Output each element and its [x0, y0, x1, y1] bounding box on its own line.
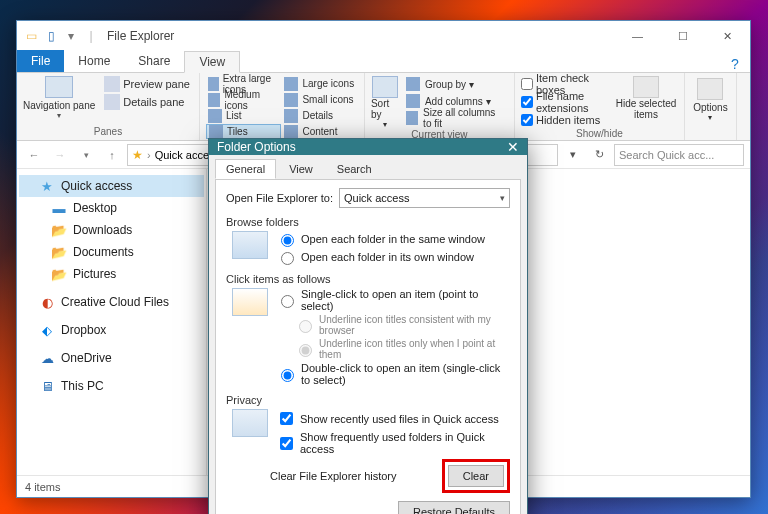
- tab-share[interactable]: Share: [124, 50, 184, 72]
- sidebar-item-documents[interactable]: 📂Documents: [19, 241, 204, 263]
- sidebar-item-onedrive[interactable]: ☁OneDrive: [19, 347, 204, 369]
- sort-by-button[interactable]: Sort by▾: [371, 76, 399, 129]
- browse-folders-legend: Browse folders: [226, 216, 510, 228]
- layout-list[interactable]: List: [206, 108, 282, 123]
- tab-view[interactable]: View: [184, 51, 240, 73]
- ribbon-group-show-hide: Item check boxes File name extensions Hi…: [515, 73, 685, 140]
- this-pc-icon: 🖥: [39, 378, 55, 394]
- pictures-icon: 📂: [51, 266, 67, 282]
- sidebar-item-pictures[interactable]: 📂Pictures: [19, 263, 204, 285]
- sort-by-icon: [372, 76, 398, 98]
- group-by-button[interactable]: Group by▾: [403, 76, 508, 92]
- layout-small[interactable]: Small icons: [282, 92, 358, 107]
- search-placeholder: Search Quick acc...: [619, 149, 714, 161]
- nav-up-button[interactable]: ↑: [101, 144, 123, 166]
- layout-tiles[interactable]: Tiles: [206, 124, 282, 139]
- checkbox-recent-files[interactable]: Show recently used files in Quick access: [276, 409, 510, 428]
- dialog-tab-general[interactable]: General: [215, 159, 276, 179]
- sidebar-item-this-pc[interactable]: 🖥This PC: [19, 375, 204, 397]
- group-label-show-hide: Show/hide: [521, 128, 678, 139]
- sidebar-item-desktop[interactable]: ▬Desktop: [19, 197, 204, 219]
- dialog-tab-search[interactable]: Search: [326, 159, 383, 179]
- ribbon: Navigation pane ▾ Preview pane Details p…: [17, 73, 750, 141]
- properties-icon[interactable]: ▾: [63, 28, 79, 44]
- open-to-combobox[interactable]: Quick access ▾: [339, 188, 510, 208]
- privacy-icon: [232, 409, 268, 437]
- hide-selected-icon: [633, 76, 659, 98]
- dialog-title: Folder Options: [217, 140, 296, 154]
- preview-pane-button[interactable]: Preview pane: [101, 76, 193, 92]
- clear-history-label: Clear File Explorer history: [270, 470, 397, 482]
- radio-own-window[interactable]: Open each folder in its own window: [276, 249, 485, 265]
- clear-button[interactable]: Clear: [448, 465, 504, 487]
- sidebar-item-quick-access[interactable]: ★Quick access: [19, 175, 204, 197]
- window-title: File Explorer: [107, 29, 174, 43]
- documents-icon: 📂: [51, 244, 67, 260]
- file-extensions-checkbox[interactable]: File name extensions: [521, 94, 608, 110]
- size-columns-button[interactable]: Size all columns to fit: [403, 110, 508, 126]
- clear-button-highlight: Clear: [442, 459, 510, 493]
- radio-underline-browser: Underline icon titles consistent with my…: [276, 314, 510, 336]
- star-icon: ★: [39, 178, 55, 194]
- ribbon-group-current-view: Sort by▾ Group by▾ Add columns▾ Size all…: [365, 73, 515, 140]
- nav-history-button[interactable]: ▾: [75, 144, 97, 166]
- help-icon[interactable]: ?: [720, 56, 750, 72]
- maximize-button[interactable]: ☐: [660, 21, 705, 51]
- add-columns-icon: [406, 94, 420, 108]
- close-button[interactable]: ✕: [705, 21, 750, 51]
- hide-selected-button[interactable]: Hide selected items: [614, 76, 678, 128]
- radio-same-window[interactable]: Open each folder in the same window: [276, 231, 485, 247]
- layout-details-icon: [284, 109, 298, 123]
- nav-forward-button[interactable]: →: [49, 144, 71, 166]
- status-item-count: 4 items: [25, 481, 60, 493]
- dialog-tab-view[interactable]: View: [278, 159, 324, 179]
- quick-access-star-icon: ★: [132, 148, 143, 162]
- browse-folders-group: Browse folders Open each folder in the s…: [226, 216, 510, 265]
- click-items-icon: [232, 288, 268, 316]
- ribbon-group-layout: Extra large icons Large icons Medium ico…: [200, 73, 365, 140]
- new-folder-icon[interactable]: ▯: [43, 28, 59, 44]
- dialog-close-button[interactable]: ✕: [507, 139, 519, 155]
- open-to-label: Open File Explorer to:: [226, 192, 333, 204]
- ribbon-group-panes: Navigation pane ▾ Preview pane Details p…: [17, 73, 200, 140]
- details-pane-icon: [104, 94, 120, 110]
- sidebar-item-downloads[interactable]: 📂Downloads: [19, 219, 204, 241]
- sidebar-item-dropbox[interactable]: ⬖Dropbox: [19, 319, 204, 341]
- quick-access-toolbar: ▭ ▯ ▾ |: [23, 28, 99, 44]
- tab-file[interactable]: File: [17, 50, 64, 72]
- layout-content[interactable]: Content: [282, 124, 358, 139]
- layout-medium[interactable]: Medium icons: [206, 92, 282, 107]
- details-pane-button[interactable]: Details pane: [101, 94, 193, 110]
- hidden-items-checkbox[interactable]: Hidden items: [521, 112, 608, 128]
- radio-single-click[interactable]: Single-click to open an item (point to s…: [276, 288, 510, 312]
- ribbon-tabs: File Home Share View ?: [17, 51, 750, 73]
- layout-medium-icon: [208, 93, 220, 107]
- group-label-panes: Panes: [23, 126, 193, 137]
- restore-defaults-button[interactable]: Restore Defaults: [398, 501, 510, 514]
- tab-home[interactable]: Home: [64, 50, 124, 72]
- layout-large[interactable]: Large icons: [282, 76, 358, 91]
- navigation-pane-icon: [45, 76, 73, 98]
- dialog-body: Open File Explorer to: Quick access ▾ Br…: [215, 179, 521, 514]
- open-to-value: Quick access: [344, 192, 409, 204]
- dialog-titlebar: Folder Options ✕: [209, 139, 527, 155]
- search-input[interactable]: Search Quick acc...: [614, 144, 744, 166]
- minimize-button[interactable]: —: [615, 21, 660, 51]
- options-button[interactable]: Options ▾: [685, 73, 737, 140]
- refresh-button[interactable]: ↻: [588, 148, 610, 161]
- privacy-legend: Privacy: [226, 394, 510, 406]
- layout-large-icon: [284, 77, 298, 91]
- click-items-group: Click items as follows Single-click to o…: [226, 273, 510, 386]
- radio-double-click[interactable]: Double-click to open an item (single-cli…: [276, 362, 510, 386]
- checkbox-frequent-folders[interactable]: Show frequently used folders in Quick ac…: [276, 431, 510, 455]
- navigation-pane-button[interactable]: Navigation pane ▾: [23, 76, 95, 120]
- history-dropdown-button[interactable]: ▾: [562, 148, 584, 161]
- sidebar-item-creative-cloud[interactable]: ◐Creative Cloud Files: [19, 291, 204, 313]
- nav-back-button[interactable]: ←: [23, 144, 45, 166]
- options-icon: [697, 78, 723, 100]
- layout-details[interactable]: Details: [282, 108, 358, 123]
- explorer-app-icon: ▭: [23, 28, 39, 44]
- navigation-pane-label: Navigation pane: [23, 100, 95, 111]
- downloads-icon: 📂: [51, 222, 67, 238]
- desktop-icon: ▬: [51, 200, 67, 216]
